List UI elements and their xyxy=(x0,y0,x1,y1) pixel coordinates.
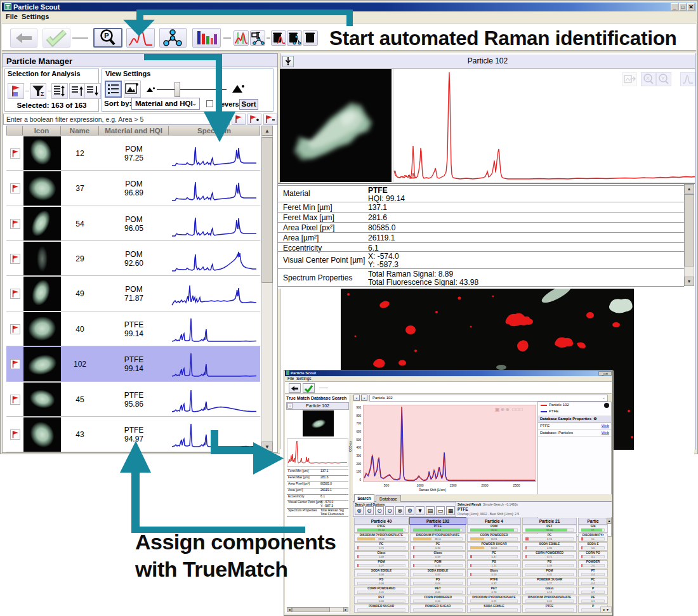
svg-text:P: P xyxy=(104,32,109,39)
svg-text:Y: Y xyxy=(661,75,665,81)
svg-text:Σ: Σ xyxy=(41,91,44,97)
svg-text:X: X xyxy=(646,75,650,81)
